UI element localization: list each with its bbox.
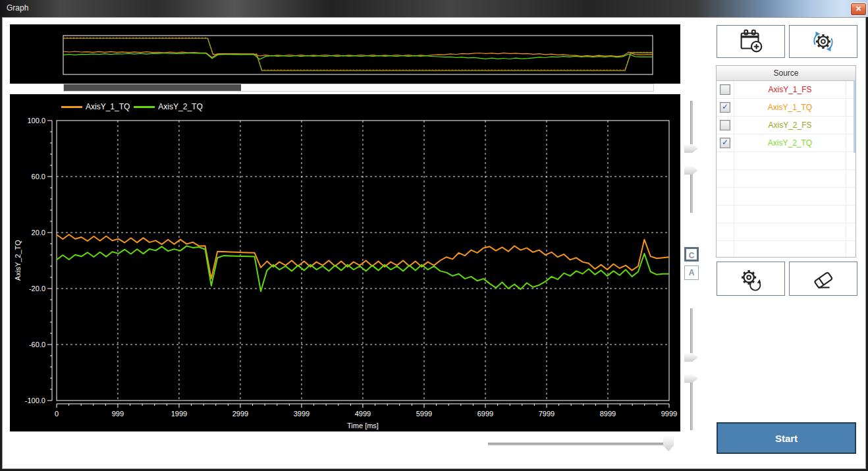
source-label: AxisY_2_FS — [734, 121, 846, 130]
overview-scrollbar[interactable] — [63, 84, 654, 92]
svg-text:6999: 6999 — [477, 410, 493, 418]
add-schedule-button[interactable] — [717, 25, 785, 58]
svg-text:-20.0: -20.0 — [29, 285, 45, 292]
source-row-empty — [717, 241, 855, 258]
overview-series-AxisY_2_TQ — [63, 53, 653, 59]
svg-text:3999: 3999 — [294, 410, 310, 418]
series-AxisY_2_TQ — [57, 246, 669, 291]
source-row: AxisY_1_FS — [717, 81, 855, 99]
y1-slider-thumb[interactable] — [684, 144, 698, 153]
y2-slider-track[interactable] — [690, 171, 693, 213]
svg-text:7999: 7999 — [539, 410, 555, 418]
source-checkbox[interactable] — [720, 120, 730, 130]
source-label: AxisY_1_FS — [734, 85, 846, 94]
source-row: ✓AxisY_1_TQ — [717, 99, 855, 117]
source-checkbox[interactable]: ✓ — [720, 102, 730, 113]
svg-text:1999: 1999 — [171, 410, 187, 418]
y3-slider-thumb[interactable] — [684, 353, 698, 362]
source-checkbox-cell — [717, 117, 734, 134]
source-table-header: Source — [717, 66, 855, 81]
gear-run-icon — [736, 263, 766, 294]
source-label: AxisY_2_TQ — [734, 138, 846, 148]
svg-text:-60.0: -60.0 — [29, 341, 45, 348]
source-row-empty — [717, 188, 855, 206]
overview-plot — [10, 24, 680, 84]
close-icon: ✕ — [855, 5, 861, 13]
source-checkbox[interactable] — [720, 84, 730, 95]
auto-sync-settings-button[interactable] — [789, 25, 857, 58]
source-table-body: AxisY_1_FS✓AxisY_1_TQAxisY_2_FS✓AxisY_2_… — [717, 81, 855, 258]
source-checkbox[interactable]: ✓ — [720, 138, 730, 148]
graph-window: Graph ✕ AxisY_1_TQAxisY_2_TQ 100.060.020… — [0, 0, 868, 471]
source-row-empty — [717, 206, 855, 223]
source-row-empty — [717, 223, 855, 241]
svg-text:999: 999 — [112, 410, 124, 418]
svg-text:8999: 8999 — [600, 410, 616, 418]
source-checkbox-cell — [717, 81, 734, 98]
overview-scrollbar-range[interactable] — [64, 84, 241, 91]
source-checkbox-cell: ✓ — [717, 134, 734, 152]
source-table: Source AxisY_1_FS✓AxisY_1_TQAxisY_2_FS✓A… — [716, 65, 856, 258]
source-row-empty — [717, 152, 855, 170]
x-zoom-slider-thumb[interactable] — [663, 436, 674, 451]
run-settings-button[interactable] — [717, 262, 785, 296]
y2-slider-thumb[interactable] — [684, 166, 698, 175]
svg-text:20.0: 20.0 — [32, 229, 45, 236]
gear-sync-icon — [808, 26, 838, 57]
start-button-label: Start — [775, 433, 798, 444]
svg-text:60.0: 60.0 — [32, 173, 45, 180]
source-checkbox-cell: ✓ — [717, 99, 734, 116]
svg-text:0: 0 — [55, 410, 59, 418]
source-table-scrollbar[interactable] — [854, 80, 855, 153]
start-button[interactable]: Start — [717, 422, 856, 454]
x-axis-title: Time [ms] — [347, 422, 379, 429]
source-label: AxisY_1_TQ — [734, 103, 846, 112]
y-axis-title: AxisY_2_TQ — [14, 240, 22, 281]
y4-slider-thumb[interactable] — [684, 374, 698, 383]
erase-button[interactable] — [789, 262, 857, 296]
window-body: AxisY_1_TQAxisY_2_TQ 100.060.020.0-20.0-… — [2, 17, 866, 469]
svg-text:100.0: 100.0 — [27, 117, 45, 125]
svg-text:4999: 4999 — [355, 410, 371, 418]
close-button[interactable]: ✕ — [850, 3, 867, 16]
svg-text:9999: 9999 — [661, 410, 677, 418]
source-row: AxisY_2_FS — [717, 117, 855, 134]
svg-text:5999: 5999 — [416, 410, 432, 418]
y4-slider-track[interactable] — [690, 379, 693, 430]
c-mode-button[interactable]: C — [684, 247, 699, 262]
source-row-empty — [717, 170, 855, 188]
overview-chart[interactable] — [10, 24, 680, 84]
window-title: Graph — [7, 3, 28, 13]
calendar-add-icon — [736, 26, 766, 57]
x-zoom-slider-track[interactable] — [488, 443, 671, 445]
svg-text:-100.0: -100.0 — [25, 397, 45, 404]
eraser-icon — [808, 263, 838, 294]
source-row: ✓AxisY_2_TQ — [717, 134, 855, 152]
main-plot: 100.060.020.0-20.0-60.0-100.009991999299… — [10, 94, 680, 431]
gridlines — [57, 121, 669, 401]
main-chart[interactable]: AxisY_1_TQAxisY_2_TQ 100.060.020.0-20.0-… — [10, 94, 680, 431]
svg-text:2999: 2999 — [232, 410, 248, 418]
title-bar[interactable]: Graph ✕ — [0, 0, 868, 17]
a-mode-button[interactable]: A — [684, 265, 699, 280]
